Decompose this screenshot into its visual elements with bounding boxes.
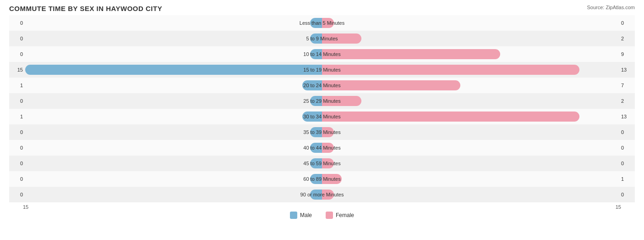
female-bar xyxy=(322,80,460,90)
table-row: 0Less than 5 Minutes0 xyxy=(9,15,635,31)
bar-area: 35 to 39 Minutes xyxy=(25,124,619,140)
legend: Male Female xyxy=(9,212,635,219)
chart-container: COMMUTE TIME BY SEX IN HAYWOOD CITY Sour… xyxy=(0,0,644,240)
male-swatch xyxy=(290,212,297,219)
bar-area: 10 to 14 Minutes xyxy=(25,46,619,62)
female-bar xyxy=(322,49,500,59)
female-label: Female xyxy=(336,212,354,218)
bar-area: 40 to 44 Minutes xyxy=(25,140,619,156)
female-value: 9 xyxy=(619,51,635,57)
butterfly-chart: 0Less than 5 Minutes005 to 9 Minutes2010… xyxy=(9,15,635,202)
male-value: 0 xyxy=(9,176,25,182)
female-swatch xyxy=(326,212,333,219)
source-label: Source: ZipAtlas.com xyxy=(587,5,635,10)
table-row: 120 to 24 Minutes7 xyxy=(9,78,635,93)
female-value: 0 xyxy=(619,129,635,135)
table-row: 010 to 14 Minutes9 xyxy=(9,46,635,62)
male-label: Male xyxy=(300,212,312,218)
female-bar xyxy=(322,65,579,75)
chart-title: COMMUTE TIME BY SEX IN HAYWOOD CITY xyxy=(9,5,635,12)
table-row: 1515 to 19 Minutes13 xyxy=(9,62,635,78)
female-bar xyxy=(322,143,334,153)
female-value: 13 xyxy=(619,67,635,73)
male-value: 0 xyxy=(9,145,25,151)
axis-left: 15 xyxy=(23,204,28,210)
male-value: 0 xyxy=(9,98,25,104)
female-value: 0 xyxy=(619,145,635,151)
female-bar xyxy=(322,33,361,44)
table-row: 045 to 59 Minutes0 xyxy=(9,156,635,171)
male-value: 0 xyxy=(9,36,25,41)
bar-area: 15 to 19 Minutes xyxy=(25,62,619,78)
female-value: 7 xyxy=(619,83,635,88)
female-value: 2 xyxy=(619,36,635,41)
bar-area: 20 to 24 Minutes xyxy=(25,78,619,93)
male-value: 1 xyxy=(9,83,25,88)
axis-right: 15 xyxy=(616,204,621,210)
bar-area: 5 to 9 Minutes xyxy=(25,31,619,46)
axis-row: 15 15 xyxy=(9,202,635,210)
male-bar xyxy=(310,190,322,200)
female-bar xyxy=(322,190,334,200)
male-value: 1 xyxy=(9,114,25,119)
male-bar xyxy=(310,174,322,184)
female-bar xyxy=(322,112,579,122)
table-row: 060 to 89 Minutes1 xyxy=(9,171,635,187)
male-bar xyxy=(310,18,322,28)
table-row: 025 to 29 Minutes2 xyxy=(9,93,635,109)
female-bar xyxy=(322,18,334,28)
female-value: 0 xyxy=(619,20,635,26)
bar-area: 30 to 34 Minutes xyxy=(25,109,619,124)
male-bar xyxy=(310,33,322,44)
male-value: 15 xyxy=(9,67,25,73)
male-bar xyxy=(310,49,322,59)
bar-area: 60 to 89 Minutes xyxy=(25,171,619,187)
female-value: 1 xyxy=(619,176,635,182)
bar-area: 25 to 29 Minutes xyxy=(25,93,619,109)
table-row: 05 to 9 Minutes2 xyxy=(9,31,635,46)
female-value: 0 xyxy=(619,192,635,197)
table-row: 090 or more Minutes0 xyxy=(9,187,635,202)
female-bar xyxy=(322,174,342,184)
female-value: 2 xyxy=(619,98,635,104)
male-bar xyxy=(302,112,322,122)
table-row: 035 to 39 Minutes0 xyxy=(9,124,635,140)
legend-female: Female xyxy=(326,212,354,219)
female-bar xyxy=(322,127,334,137)
legend-male: Male xyxy=(290,212,312,219)
table-row: 040 to 44 Minutes0 xyxy=(9,140,635,156)
male-value: 0 xyxy=(9,20,25,26)
male-bar xyxy=(310,96,322,106)
male-value: 0 xyxy=(9,51,25,57)
female-bar xyxy=(322,96,361,106)
bar-area: 45 to 59 Minutes xyxy=(25,156,619,171)
male-value: 0 xyxy=(9,192,25,197)
male-value: 0 xyxy=(9,129,25,135)
female-value: 13 xyxy=(619,114,635,119)
male-bar xyxy=(310,158,322,168)
female-value: 0 xyxy=(619,161,635,166)
male-bar xyxy=(310,127,322,137)
male-bar xyxy=(310,143,322,153)
male-bar xyxy=(302,80,322,90)
table-row: 130 to 34 Minutes13 xyxy=(9,109,635,124)
bar-area: Less than 5 Minutes xyxy=(25,15,619,31)
male-value: 0 xyxy=(9,161,25,166)
male-bar xyxy=(25,65,322,75)
female-bar xyxy=(322,158,334,168)
bar-area: 90 or more Minutes xyxy=(25,187,619,202)
